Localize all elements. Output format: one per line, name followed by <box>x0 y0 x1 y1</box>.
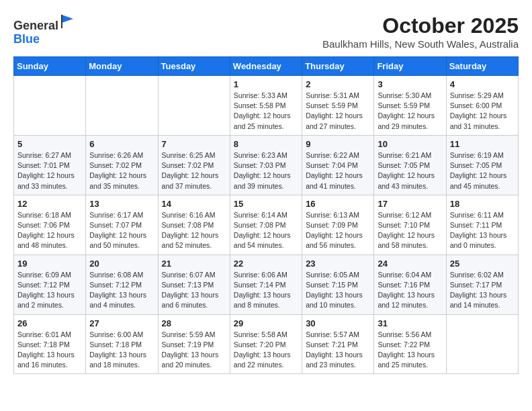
day-info: Sunrise: 6:13 AMSunset: 7:09 PMDaylight:… <box>306 210 370 251</box>
day-number: 15 <box>234 199 298 209</box>
calendar-cell: 25Sunrise: 6:02 AMSunset: 7:17 PMDayligh… <box>446 255 518 314</box>
calendar-cell: 11Sunrise: 6:19 AMSunset: 7:05 PMDayligh… <box>446 135 518 195</box>
day-info: Sunrise: 6:08 AMSunset: 7:12 PMDaylight:… <box>89 270 154 311</box>
calendar-cell: 28Sunrise: 5:59 AMSunset: 7:19 PMDayligh… <box>158 314 230 374</box>
calendar-cell: 12Sunrise: 6:18 AMSunset: 7:06 PMDayligh… <box>14 195 86 255</box>
week-row-3: 12Sunrise: 6:18 AMSunset: 7:06 PMDayligh… <box>14 195 519 255</box>
calendar-cell: 4Sunrise: 5:29 AMSunset: 6:00 PMDaylight… <box>446 76 518 136</box>
day-number: 11 <box>450 139 515 149</box>
calendar-cell: 3Sunrise: 5:30 AMSunset: 5:59 PMDaylight… <box>374 76 446 136</box>
calendar-cell <box>86 76 158 136</box>
day-info: Sunrise: 6:16 AMSunset: 7:08 PMDaylight:… <box>162 210 226 251</box>
day-number: 12 <box>17 199 82 209</box>
calendar-cell: 13Sunrise: 6:17 AMSunset: 7:07 PMDayligh… <box>86 195 158 255</box>
logo: General Blue <box>13 13 76 46</box>
day-info: Sunrise: 6:02 AMSunset: 7:17 PMDaylight:… <box>450 270 515 311</box>
day-info: Sunrise: 5:58 AMSunset: 7:20 PMDaylight:… <box>234 330 298 371</box>
page-header: General Blue October 2025 Baulkham Hills… <box>13 13 519 50</box>
day-number: 22 <box>234 259 298 269</box>
day-number: 19 <box>17 259 82 269</box>
day-number: 20 <box>89 259 154 269</box>
calendar-cell: 8Sunrise: 6:23 AMSunset: 7:03 PMDaylight… <box>230 135 302 195</box>
svg-rect-1 <box>61 15 62 28</box>
calendar-cell: 20Sunrise: 6:08 AMSunset: 7:12 PMDayligh… <box>86 255 158 314</box>
weekday-thursday: Thursday <box>302 57 374 76</box>
day-number: 10 <box>378 139 442 149</box>
day-number: 17 <box>378 199 442 209</box>
day-info: Sunrise: 6:26 AMSunset: 7:02 PMDaylight:… <box>89 150 154 191</box>
day-info: Sunrise: 6:00 AMSunset: 7:18 PMDaylight:… <box>89 330 154 371</box>
day-number: 13 <box>89 199 154 209</box>
calendar-cell: 21Sunrise: 6:07 AMSunset: 7:13 PMDayligh… <box>158 255 230 314</box>
calendar-cell: 29Sunrise: 5:58 AMSunset: 7:20 PMDayligh… <box>230 314 302 374</box>
weekday-sunday: Sunday <box>14 57 86 76</box>
day-info: Sunrise: 6:17 AMSunset: 7:07 PMDaylight:… <box>89 210 154 251</box>
day-info: Sunrise: 6:07 AMSunset: 7:13 PMDaylight:… <box>162 270 226 311</box>
day-number: 30 <box>306 318 370 328</box>
calendar-cell: 22Sunrise: 6:06 AMSunset: 7:14 PMDayligh… <box>230 255 302 314</box>
weekday-header-row: SundayMondayTuesdayWednesdayThursdayFrid… <box>14 57 519 76</box>
calendar-body: 1Sunrise: 5:33 AMSunset: 5:58 PMDaylight… <box>14 76 519 374</box>
day-number: 18 <box>450 199 515 209</box>
day-info: Sunrise: 5:30 AMSunset: 5:59 PMDaylight:… <box>378 91 442 132</box>
day-number: 28 <box>162 318 226 328</box>
day-info: Sunrise: 5:59 AMSunset: 7:19 PMDaylight:… <box>162 330 226 371</box>
day-number: 26 <box>17 318 82 328</box>
week-row-2: 5Sunrise: 6:27 AMSunset: 7:01 PMDaylight… <box>14 135 519 195</box>
location-subtitle: Baulkham Hills, New South Wales, Austral… <box>322 38 519 50</box>
calendar-cell: 5Sunrise: 6:27 AMSunset: 7:01 PMDaylight… <box>14 135 86 195</box>
day-number: 31 <box>378 318 442 328</box>
day-number: 6 <box>89 139 154 149</box>
day-info: Sunrise: 6:25 AMSunset: 7:02 PMDaylight:… <box>162 150 226 191</box>
weekday-tuesday: Tuesday <box>158 57 230 76</box>
week-row-1: 1Sunrise: 5:33 AMSunset: 5:58 PMDaylight… <box>14 76 519 136</box>
month-title: October 2025 <box>322 13 519 38</box>
day-info: Sunrise: 6:01 AMSunset: 7:18 PMDaylight:… <box>17 330 82 371</box>
day-info: Sunrise: 6:06 AMSunset: 7:14 PMDaylight:… <box>234 270 298 311</box>
day-info: Sunrise: 5:29 AMSunset: 6:00 PMDaylight:… <box>450 91 515 132</box>
day-number: 8 <box>234 139 298 149</box>
day-number: 5 <box>17 139 82 149</box>
day-number: 7 <box>162 139 226 149</box>
calendar-cell: 15Sunrise: 6:14 AMSunset: 7:08 PMDayligh… <box>230 195 302 255</box>
weekday-monday: Monday <box>86 57 158 76</box>
day-number: 3 <box>378 79 442 89</box>
day-info: Sunrise: 5:56 AMSunset: 7:22 PMDaylight:… <box>378 330 442 371</box>
calendar-cell: 23Sunrise: 6:05 AMSunset: 7:15 PMDayligh… <box>302 255 374 314</box>
day-info: Sunrise: 6:05 AMSunset: 7:15 PMDaylight:… <box>306 270 370 311</box>
day-number: 16 <box>306 199 370 209</box>
day-number: 23 <box>306 259 370 269</box>
calendar-cell: 18Sunrise: 6:11 AMSunset: 7:11 PMDayligh… <box>446 195 518 255</box>
calendar-cell: 1Sunrise: 5:33 AMSunset: 5:58 PMDaylight… <box>230 76 302 136</box>
calendar-cell <box>446 314 518 374</box>
day-number: 29 <box>234 318 298 328</box>
day-info: Sunrise: 6:04 AMSunset: 7:16 PMDaylight:… <box>378 270 442 311</box>
calendar-cell <box>158 76 230 136</box>
day-info: Sunrise: 6:11 AMSunset: 7:11 PMDaylight:… <box>450 210 515 251</box>
day-number: 25 <box>450 259 515 269</box>
day-info: Sunrise: 5:33 AMSunset: 5:58 PMDaylight:… <box>234 91 298 132</box>
calendar-cell: 27Sunrise: 6:00 AMSunset: 7:18 PMDayligh… <box>86 314 158 374</box>
calendar-cell: 30Sunrise: 5:57 AMSunset: 7:21 PMDayligh… <box>302 314 374 374</box>
day-number: 27 <box>89 318 154 328</box>
weekday-friday: Friday <box>374 57 446 76</box>
title-block: October 2025 Baulkham Hills, New South W… <box>322 13 519 50</box>
day-info: Sunrise: 6:27 AMSunset: 7:01 PMDaylight:… <box>17 150 82 191</box>
calendar-table: SundayMondayTuesdayWednesdayThursdayFrid… <box>13 56 519 374</box>
calendar-cell: 7Sunrise: 6:25 AMSunset: 7:02 PMDaylight… <box>158 135 230 195</box>
calendar-cell: 17Sunrise: 6:12 AMSunset: 7:10 PMDayligh… <box>374 195 446 255</box>
day-info: Sunrise: 6:12 AMSunset: 7:10 PMDaylight:… <box>378 210 442 251</box>
day-number: 1 <box>234 79 298 89</box>
weekday-wednesday: Wednesday <box>230 57 302 76</box>
day-number: 9 <box>306 139 370 149</box>
day-info: Sunrise: 6:23 AMSunset: 7:03 PMDaylight:… <box>234 150 298 191</box>
day-number: 21 <box>162 259 226 269</box>
day-info: Sunrise: 6:14 AMSunset: 7:08 PMDaylight:… <box>234 210 298 251</box>
calendar-cell <box>14 76 86 136</box>
day-info: Sunrise: 6:21 AMSunset: 7:05 PMDaylight:… <box>378 150 442 191</box>
day-info: Sunrise: 6:18 AMSunset: 7:06 PMDaylight:… <box>17 210 82 251</box>
logo-general: General <box>13 19 58 32</box>
day-info: Sunrise: 6:09 AMSunset: 7:12 PMDaylight:… <box>17 270 82 311</box>
day-info: Sunrise: 5:57 AMSunset: 7:21 PMDaylight:… <box>306 330 370 371</box>
day-info: Sunrise: 6:19 AMSunset: 7:05 PMDaylight:… <box>450 150 515 191</box>
